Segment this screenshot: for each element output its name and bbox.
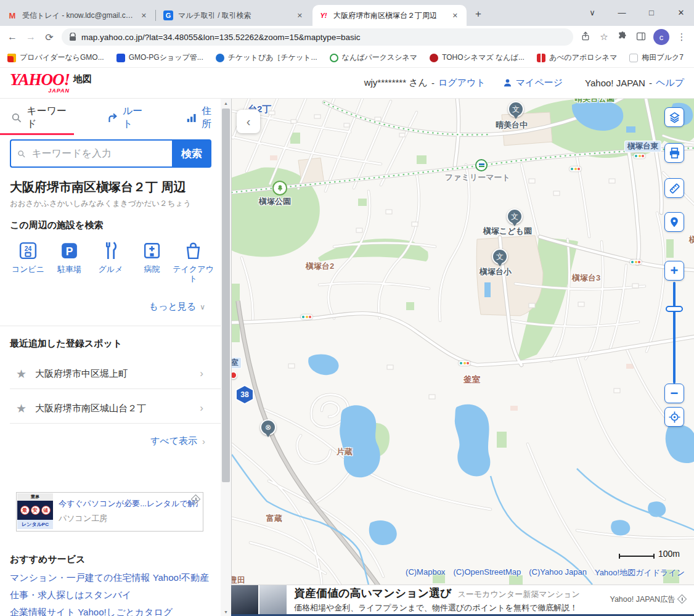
traffic-light-icon bbox=[301, 314, 312, 319]
address-bar: ← → ⟳ map.yahoo.co.jp/?lat=34.48055&lon=… bbox=[0, 26, 694, 48]
yahoo-japan-logo[interactable]: YAHOO! JAPAN 地図 bbox=[10, 72, 92, 94]
search-icon bbox=[17, 149, 25, 158]
attribution-guideline[interactable]: Yahoo!地図ガイドライン bbox=[595, 567, 685, 578]
measure-button[interactable] bbox=[664, 178, 684, 198]
profile-avatar[interactable]: c bbox=[653, 29, 669, 45]
zoom-slider-track[interactable] bbox=[673, 282, 676, 384]
spot-item-shiroyamadai[interactable]: ★ 大阪府堺市南区城山台２丁 › bbox=[0, 395, 221, 422]
mypage-link[interactable]: マイページ bbox=[516, 77, 563, 89]
zoom-in-button[interactable]: + bbox=[664, 261, 684, 281]
tab-gmail[interactable]: M 受信トレイ - know.ldc@gmail.com ✕ bbox=[1, 5, 155, 26]
side-panel-icon[interactable] bbox=[635, 31, 647, 43]
bookmark-item[interactable]: 梅田ブルク7 bbox=[629, 52, 684, 63]
ad-thumbnails bbox=[231, 585, 287, 614]
close-tab-icon[interactable]: ✕ bbox=[139, 10, 149, 21]
bottom-ad-banner[interactable]: 資産価値の高いマンション選び スーモカウンター新築マンション 価格相場や金利、ラ… bbox=[231, 585, 694, 616]
map-label-makizuka-park: 槇塚公園 bbox=[259, 196, 291, 207]
spot-item-horiagecho[interactable]: ★ 大阪府堺市中区堀上町 › bbox=[0, 360, 221, 387]
map-label-katakura: 片蔵 bbox=[337, 446, 353, 458]
ad-title-link[interactable]: 今すぐパソコンが必要...レンタルで解決! bbox=[59, 498, 198, 509]
close-window-button[interactable]: ✕ bbox=[677, 8, 685, 17]
bookmark-item[interactable]: なんばパークスシネマ bbox=[330, 52, 418, 63]
keyword-search-field[interactable] bbox=[10, 139, 172, 168]
park-tree-icon bbox=[272, 181, 287, 195]
police-pin-icon: ⊗ bbox=[260, 419, 276, 435]
service-link-stanby[interactable]: 仕事・求人探しはスタンバイ bbox=[10, 589, 131, 601]
scrollbar-thumb[interactable] bbox=[222, 109, 230, 482]
reload-icon[interactable]: ⟳ bbox=[43, 31, 55, 43]
facility-parking[interactable]: P 駐車場 bbox=[49, 240, 90, 284]
tab-keyword[interactable]: キーワード bbox=[11, 105, 75, 131]
star-icon: ★ bbox=[16, 401, 27, 416]
keyword-input[interactable] bbox=[30, 147, 166, 160]
address-icon bbox=[186, 112, 197, 123]
fork-knife-icon bbox=[100, 240, 121, 261]
bookmark-item[interactable]: TOHOシネマズ なんば... bbox=[430, 52, 525, 63]
spots-heading: 最近追加した登録スポット bbox=[10, 338, 122, 350]
chevron-right-icon: › bbox=[202, 436, 205, 446]
bottom-ad-title[interactable]: 資産価値の高いマンション選び bbox=[294, 586, 451, 601]
school-pin-icon: 文 bbox=[492, 248, 508, 265]
service-link-realestate[interactable]: マンション・一戸建ての住宅情報 Yahoo!不動産 bbox=[10, 572, 209, 584]
close-tab-icon[interactable]: ✕ bbox=[450, 10, 460, 21]
ad-info-icon[interactable] bbox=[677, 594, 687, 604]
svg-text:24: 24 bbox=[25, 245, 32, 252]
minimize-button[interactable]: — bbox=[618, 8, 626, 17]
tab-yahoo-map[interactable]: Y! 大阪府堺市南区槇塚台２丁周辺 ✕ bbox=[312, 5, 467, 26]
facility-takeout[interactable]: テイクアウト bbox=[173, 240, 214, 284]
chevron-right-icon: › bbox=[200, 402, 203, 414]
close-tab-icon[interactable]: ✕ bbox=[295, 10, 305, 21]
tab-route[interactable]: ルート bbox=[107, 105, 152, 131]
bookmark-item[interactable]: チケットぴあ［チケット... bbox=[216, 52, 317, 63]
new-tab-button[interactable]: + bbox=[470, 6, 486, 22]
service-link-shigoto-catalog[interactable]: 企業情報サイト Yahoo!しごとカタログ bbox=[10, 607, 173, 616]
tab-strip: M 受信トレイ - know.ldc@gmail.com ✕ G マルチ取引 /… bbox=[0, 0, 694, 26]
omnibox[interactable]: map.yahoo.co.jp/?lat=34.48055&lon=135.52… bbox=[62, 28, 573, 46]
tab-address[interactable]: 住所 bbox=[186, 105, 221, 131]
zoom-slider-handle[interactable] bbox=[666, 306, 683, 312]
see-more-link[interactable]: もっと見る ∨ bbox=[149, 301, 205, 313]
yahoo-japan-link[interactable]: Yahoo! JAPAN bbox=[585, 78, 645, 88]
extensions-icon[interactable] bbox=[616, 31, 629, 43]
sidebar-ad[interactable]: 業界 最 安 値 レンタルPC 今すぐパソコンが必要...レンタルで解決! パソ… bbox=[16, 492, 203, 532]
layers-button[interactable] bbox=[664, 107, 684, 127]
facility-heading: この周辺の施設を検索 bbox=[10, 220, 103, 231]
back-icon[interactable]: ← bbox=[6, 31, 18, 43]
collapse-sidebar-button[interactable]: ‹ bbox=[237, 110, 260, 133]
share-icon[interactable] bbox=[579, 31, 592, 43]
attribution-mapbox[interactable]: (C)Mapbox bbox=[406, 567, 445, 578]
bookmark-star-icon[interactable]: ☆ bbox=[598, 31, 610, 43]
forward-icon[interactable]: → bbox=[25, 31, 37, 43]
show-all-link[interactable]: すべて表示 › bbox=[150, 435, 205, 447]
facility-hospital[interactable]: 病院 bbox=[131, 240, 173, 284]
menu-kebab-icon[interactable]: ⋮ bbox=[676, 31, 688, 43]
attribution-yahoo[interactable]: (C)Yahoo Japan bbox=[529, 567, 587, 578]
facility-convenience[interactable]: 24 コンビニ bbox=[7, 240, 49, 284]
print-button[interactable] bbox=[664, 143, 684, 163]
zoom-out-button[interactable]: − bbox=[664, 384, 684, 403]
map-label-makizukadai-higashi: 槇塚台東 bbox=[625, 141, 661, 152]
search-button[interactable]: 検索 bbox=[172, 139, 211, 168]
help-link[interactable]: ヘルプ bbox=[656, 77, 684, 89]
divider bbox=[10, 388, 221, 389]
bottom-ad-body: 価格相場や金利、ライフプランまで、物件選びのポイントを無料で徹底解説！ bbox=[294, 602, 602, 614]
drop-pin-button[interactable] bbox=[664, 212, 684, 232]
tab-trade[interactable]: G マルチ取引 / 取引検索 ✕ bbox=[157, 5, 311, 26]
bookmark-item[interactable]: あべのアポロシネマ bbox=[537, 52, 618, 63]
attribution-osm[interactable]: (C)OpenStreetMap bbox=[453, 567, 521, 578]
school-pin-icon: 文 bbox=[508, 101, 524, 117]
logout-link[interactable]: ログアウト bbox=[438, 77, 486, 89]
bookmark-favicon bbox=[116, 54, 125, 62]
takeout-bag-icon bbox=[183, 240, 203, 261]
bookmark-item[interactable]: GMO-PGショップ管... bbox=[116, 52, 203, 63]
yahoo-header: YAHOO! JAPAN 地図 wjy******** さん - ログアウト マ… bbox=[0, 68, 694, 99]
map-canvas[interactable]: 台2丁 晴美台公園 文 晴美台中 槇塚台東 ファミリーマート 文 槇塚こども園 … bbox=[231, 99, 694, 585]
scroll-up-icon[interactable]: ▲ bbox=[221, 99, 231, 107]
maximize-button[interactable]: □ bbox=[647, 8, 656, 17]
current-location-button[interactable] bbox=[664, 407, 684, 427]
tab-search-icon[interactable]: ∨ bbox=[588, 8, 597, 17]
sidebar-scrollbar[interactable]: ▲ ▼ bbox=[221, 99, 231, 616]
scroll-down-icon[interactable]: ▼ bbox=[221, 607, 231, 616]
bookmark-item[interactable]: プロバイダーならGMO... bbox=[7, 52, 104, 63]
facility-gourmet[interactable]: グルメ bbox=[90, 240, 131, 284]
